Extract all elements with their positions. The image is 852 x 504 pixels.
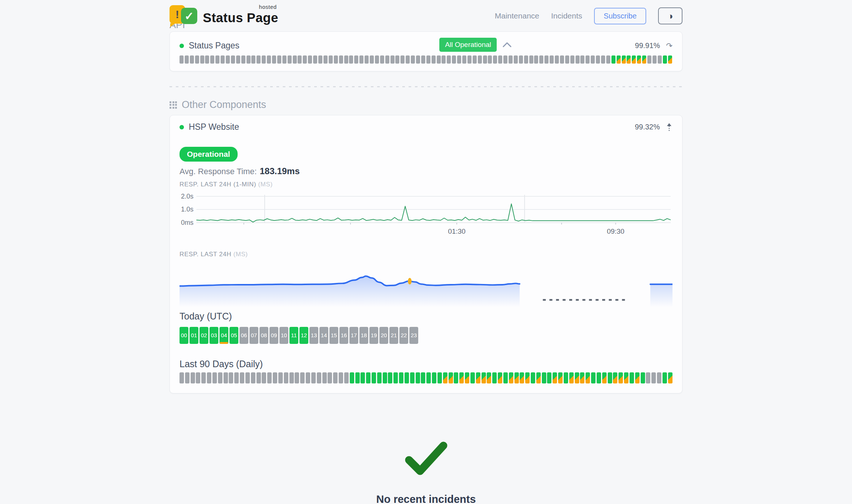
uptime-bar-nodata[interactable]: [462, 55, 466, 64]
uptime-bar-up[interactable]: [383, 372, 387, 383]
uptime-bar-nodata[interactable]: [318, 55, 322, 64]
uptime-bar-up[interactable]: [492, 372, 497, 383]
uptime-bar-nodata[interactable]: [262, 372, 266, 383]
uptime-bar-nodata[interactable]: [442, 55, 446, 64]
uptime-bar-nodata[interactable]: [298, 55, 302, 64]
uptime-bar-nodata[interactable]: [256, 372, 261, 383]
hour-block-13[interactable]: 13: [309, 327, 318, 344]
uptime-bar-nodata[interactable]: [210, 55, 214, 64]
hour-block-03[interactable]: 03: [209, 327, 218, 344]
hour-block-19[interactable]: 19: [369, 327, 378, 344]
hour-block-16[interactable]: 16: [339, 327, 348, 344]
uptime-bar-nodata[interactable]: [339, 372, 343, 383]
uptime-bar-up[interactable]: [416, 372, 420, 383]
uptime-bar-partial[interactable]: [569, 372, 574, 383]
uptime-bar-partial[interactable]: [509, 372, 513, 383]
uptime-bar-up[interactable]: [591, 372, 596, 383]
uptime-bar-nodata[interactable]: [278, 372, 283, 383]
uptime-bar-nodata[interactable]: [191, 372, 195, 383]
uptime-bar-nodata[interactable]: [576, 55, 580, 64]
uptime-bar-nodata[interactable]: [385, 55, 389, 64]
uptime-bar-nodata[interactable]: [334, 55, 338, 64]
uptime-bar-nodata[interactable]: [606, 55, 610, 64]
uptime-bar-nodata[interactable]: [300, 372, 305, 383]
subscribe-button[interactable]: Subscribe: [594, 8, 646, 24]
uptime-bar-partial[interactable]: [627, 55, 631, 64]
uptime-bar-nodata[interactable]: [190, 55, 194, 64]
uptime-bar-nodata[interactable]: [349, 55, 353, 64]
uptime-bar-nodata[interactable]: [647, 55, 651, 64]
uptime-bar-nodata[interactable]: [185, 55, 189, 64]
uptime-bar-nodata[interactable]: [503, 55, 507, 64]
hour-block-00[interactable]: 00: [180, 327, 188, 344]
uptime-bar-up[interactable]: [421, 372, 425, 383]
uptime-bar-nodata[interactable]: [303, 55, 307, 64]
uptime-bar-nodata[interactable]: [359, 55, 363, 64]
uptime-bar-nodata[interactable]: [311, 372, 316, 383]
uptime-bar-up[interactable]: [350, 372, 354, 383]
uptime-bar-partial[interactable]: [635, 372, 640, 383]
hour-block-14[interactable]: 14: [319, 327, 328, 344]
hour-block-07[interactable]: 07: [249, 327, 258, 344]
uptime-bar-nodata[interactable]: [586, 55, 590, 64]
uptime-bar-nodata[interactable]: [421, 55, 425, 64]
uptime-bar-partial[interactable]: [443, 372, 447, 383]
uptime-bar-up[interactable]: [377, 372, 382, 383]
hour-block-09[interactable]: 09: [269, 327, 278, 344]
uptime-bar-nodata[interactable]: [241, 55, 245, 64]
uptime-bar-nodata[interactable]: [544, 55, 549, 64]
refresh-icon[interactable]: ↷: [666, 42, 672, 50]
uptime-bar-partial[interactable]: [449, 372, 453, 383]
uptime-bar-nodata[interactable]: [229, 372, 233, 383]
uptime-bar-nodata[interactable]: [234, 372, 239, 383]
hour-block-21[interactable]: 21: [389, 327, 398, 344]
uptime-bar-nodata[interactable]: [218, 372, 222, 383]
uptime-bar-nodata[interactable]: [272, 55, 276, 64]
uptime-bar-nodata[interactable]: [601, 55, 605, 64]
uptime-bar-nodata[interactable]: [555, 55, 559, 64]
uptime-bar-nodata[interactable]: [560, 55, 564, 64]
uptime-bar-nodata[interactable]: [406, 55, 410, 64]
uptime-bar-up[interactable]: [611, 55, 615, 64]
uptime-bar-nodata[interactable]: [591, 55, 595, 64]
uptime-bar-nodata[interactable]: [288, 55, 292, 64]
uptime-bar-partial[interactable]: [465, 372, 469, 383]
uptime-bar-nodata[interactable]: [246, 55, 251, 64]
uptime-bar-nodata[interactable]: [390, 55, 395, 64]
uptime-bar-up[interactable]: [547, 372, 551, 383]
uptime-bar-nodata[interactable]: [529, 55, 533, 64]
hour-block-04[interactable]: 04: [219, 327, 228, 344]
uptime-bar-nodata[interactable]: [380, 55, 384, 64]
uptime-bar-partial[interactable]: [668, 372, 672, 383]
uptime-bar-nodata[interactable]: [565, 55, 569, 64]
theme-toggle-button[interactable]: ◑: [658, 7, 682, 24]
uptime-bar-partial[interactable]: [558, 372, 563, 383]
uptime-bar-up[interactable]: [366, 372, 370, 383]
hour-block-18[interactable]: 18: [359, 327, 368, 344]
uptime-bar-partial[interactable]: [617, 55, 621, 64]
uptime-bar-partial[interactable]: [514, 372, 519, 383]
uptime-bar-partial[interactable]: [642, 55, 646, 64]
uptime-bar-up[interactable]: [641, 372, 645, 383]
uptime-bar-up[interactable]: [663, 55, 667, 64]
uptime-bar-nodata[interactable]: [308, 55, 312, 64]
chart-marker-dot[interactable]: [408, 278, 412, 284]
uptime-bar-up[interactable]: [388, 372, 392, 383]
uptime-bar-nodata[interactable]: [251, 55, 255, 64]
uptime-bar-nodata[interactable]: [657, 372, 661, 383]
uptime-bar-nodata[interactable]: [236, 55, 240, 64]
uptime-bar-nodata[interactable]: [483, 55, 487, 64]
uptime-bar-up[interactable]: [597, 372, 601, 383]
uptime-bar-up[interactable]: [663, 372, 667, 383]
uptime-bar-nodata[interactable]: [354, 55, 358, 64]
uptime-bar-nodata[interactable]: [333, 372, 338, 383]
uptime-bar-nodata[interactable]: [400, 55, 405, 64]
nav-maintenance[interactable]: Maintenance: [495, 11, 539, 20]
uptime-bar-nodata[interactable]: [509, 55, 513, 64]
uptime-bar-nodata[interactable]: [375, 55, 379, 64]
uptime-bar-nodata[interactable]: [329, 55, 333, 64]
uptime-bar-nodata[interactable]: [411, 55, 415, 64]
uptime-bar-nodata[interactable]: [317, 372, 321, 383]
uptime-bar-nodata[interactable]: [224, 372, 228, 383]
uptime-bar-partial[interactable]: [476, 372, 480, 383]
